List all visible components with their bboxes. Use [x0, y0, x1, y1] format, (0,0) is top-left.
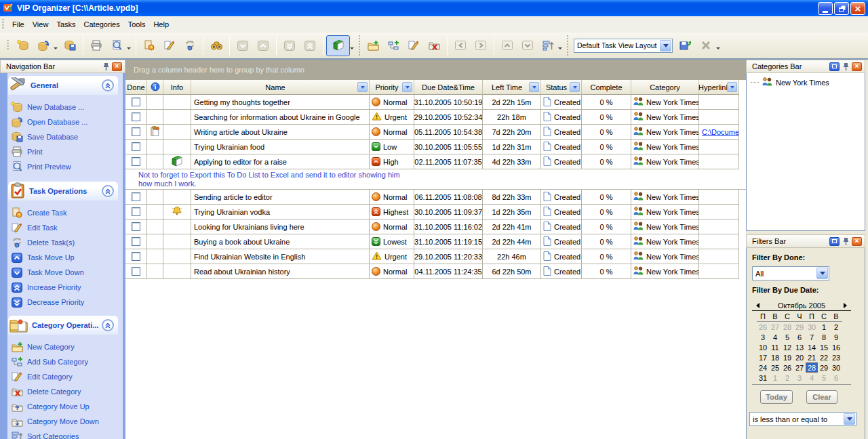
task-row[interactable]: Find Ukrainian Website in EnglishUrgent2… [125, 249, 746, 264]
task-row[interactable]: Trying Ukrainian vodkaHighest30.10.2005 … [125, 205, 746, 220]
calendar-day-3[interactable]: 3 [757, 332, 769, 342]
sort-categories-button[interactable] [538, 36, 558, 56]
calendar-day-15[interactable]: 15 [818, 342, 830, 352]
nav-item-new-category[interactable]: New Category [11, 339, 118, 354]
task-name-cell[interactable]: Read about Ukrainian history [191, 264, 370, 279]
save-layout-button[interactable] [675, 36, 696, 56]
task-name-cell[interactable]: Looking for Ukrainians living here [191, 220, 370, 234]
categories-float-icon[interactable] [829, 62, 840, 71]
filter-done-dropdown-icon[interactable] [816, 268, 828, 279]
menu-item-view[interactable]: View [28, 16, 53, 33]
calendar-day-27[interactable]: 27 [769, 322, 781, 332]
collapse-chevron-icon[interactable] [102, 319, 114, 331]
task-row[interactable]: Read about Ukrainian historyNormal04.11.… [125, 264, 746, 279]
dropdown-caret-icon[interactable] [350, 47, 354, 51]
calendar-day-30[interactable]: 30 [806, 322, 818, 332]
calendar-day-14[interactable]: 14 [806, 342, 818, 352]
category-move-right-button[interactable] [471, 36, 491, 56]
nav-item-edit-task[interactable]: Edit Task [11, 220, 118, 235]
task-row[interactable]: Searching for information about Ukraine … [125, 110, 746, 125]
category-move-up-button[interactable] [497, 36, 517, 56]
task-name-cell[interactable]: Find Ukrainian Website in English [191, 249, 370, 264]
new-database-button[interactable] [13, 36, 33, 56]
close-button[interactable]: × [850, 2, 865, 15]
collapse-chevron-icon[interactable] [102, 79, 114, 91]
category-tree-item[interactable]: New York Times [751, 77, 865, 87]
calendar-day-29[interactable]: 29 [818, 362, 830, 373]
dropdown-caret-icon[interactable] [716, 47, 720, 51]
filters-float-icon[interactable] [829, 237, 840, 246]
filters-close-icon[interactable]: × [852, 237, 862, 246]
find-task-button[interactable] [206, 36, 226, 56]
filters-pin-icon[interactable] [842, 237, 850, 246]
done-checkbox[interactable] [132, 222, 140, 231]
column-header-hyperlink[interactable]: Hyperlink [699, 80, 739, 95]
task-name-cell[interactable]: Sending article to editor [191, 190, 370, 205]
column-header-name[interactable]: Name [191, 80, 370, 95]
notes-view-button[interactable] [326, 35, 350, 56]
calendar-day-11[interactable]: 11 [769, 342, 781, 352]
calendar-day-1[interactable]: 1 [818, 322, 830, 332]
calendar-day-16[interactable]: 16 [830, 342, 842, 352]
calendar-day-26[interactable]: 26 [757, 322, 769, 332]
calendar-day-29[interactable]: 29 [793, 322, 806, 332]
done-checkbox[interactable] [132, 192, 140, 201]
menu-item-categories[interactable]: Categories [80, 16, 124, 33]
category-move-left-button[interactable] [450, 36, 471, 56]
column-filter-dropdown-icon[interactable] [402, 82, 412, 92]
task-name-cell[interactable]: Getting my thoughts together [191, 95, 370, 110]
open-database-button[interactable] [33, 36, 54, 56]
clear-button[interactable]: Clear [806, 390, 837, 404]
today-button[interactable]: Today [760, 390, 793, 404]
nav-item-task-move-down[interactable]: Task Move Down [11, 265, 118, 280]
column-filter-dropdown-icon[interactable] [529, 82, 539, 92]
calendar-day-24[interactable]: 24 [757, 362, 769, 373]
task-name-cell[interactable]: Applying to editor for a raise [191, 154, 370, 169]
calendar-day-3[interactable]: 3 [793, 373, 806, 383]
column-header-priority[interactable]: Priority [370, 80, 414, 95]
nav-item-print-preview[interactable]: Print Preview [11, 159, 118, 174]
nav-item-decrease-priority[interactable]: Decrease Priority [11, 295, 118, 310]
calendar-day-5[interactable]: 5 [818, 373, 830, 383]
nav-item-category-move-up[interactable]: Category Move Up [11, 399, 118, 414]
filter-done-select[interactable]: All [752, 266, 829, 280]
menu-item-tools[interactable]: Tools [124, 16, 150, 33]
task-name-cell[interactable]: Trying Ukrainian vodka [191, 205, 370, 220]
done-checkbox[interactable] [132, 142, 140, 151]
add-sub-category-button[interactable] [383, 36, 403, 56]
nav-group-header-task-operations[interactable]: Task Operations [8, 182, 118, 201]
calendar-day-4[interactable]: 4 [806, 373, 818, 383]
collapse-chevron-icon[interactable] [102, 185, 114, 197]
task-name-cell[interactable]: Trying Ukrainian food [191, 140, 370, 154]
calendar-day-30[interactable]: 30 [830, 362, 842, 373]
nav-item-new-database[interactable]: New Database ... [11, 100, 118, 114]
navigation-close-icon[interactable]: × [112, 62, 122, 71]
column-filter-dropdown-icon[interactable] [357, 82, 368, 92]
create-task-button[interactable] [139, 36, 159, 56]
column-header-info[interactable]: Info [163, 80, 191, 95]
maximize-button[interactable] [834, 2, 849, 15]
nav-group-header-general[interactable]: General [8, 76, 118, 95]
nav-group-header-category-operati[interactable]: Category Operati... [8, 316, 118, 335]
delete-category-button[interactable] [424, 36, 444, 56]
calendar-day-25[interactable]: 25 [769, 362, 781, 373]
column-header-category[interactable]: Category [631, 80, 699, 95]
save-database-button[interactable] [60, 36, 80, 56]
column-header-status[interactable]: Status [541, 80, 582, 95]
column-filter-dropdown-icon[interactable] [570, 82, 580, 92]
calendar-day-21[interactable]: 21 [806, 352, 818, 362]
task-name-cell[interactable]: Searching for information about Ukraine … [191, 110, 370, 125]
task-row[interactable]: Getting my thoughts togetherNormal31.10.… [125, 95, 746, 110]
layout-combo-dropdown-icon[interactable] [660, 40, 671, 51]
column-header-done[interactable]: Done [125, 80, 147, 95]
calendar-day-26[interactable]: 26 [781, 362, 793, 373]
nav-item-category-move-down[interactable]: Category Move Down [11, 414, 118, 429]
calendar-day-8[interactable]: 8 [818, 332, 830, 342]
delete-task-button[interactable] [180, 36, 200, 56]
column-header-complete[interactable]: Complete [582, 80, 631, 95]
dropdown-caret-icon[interactable] [54, 47, 58, 51]
calendar-prev-icon[interactable] [753, 303, 760, 308]
edit-category-button[interactable] [403, 36, 424, 56]
done-checkbox[interactable] [132, 157, 140, 166]
nav-item-edit-category[interactable]: Edit Category [11, 369, 118, 384]
